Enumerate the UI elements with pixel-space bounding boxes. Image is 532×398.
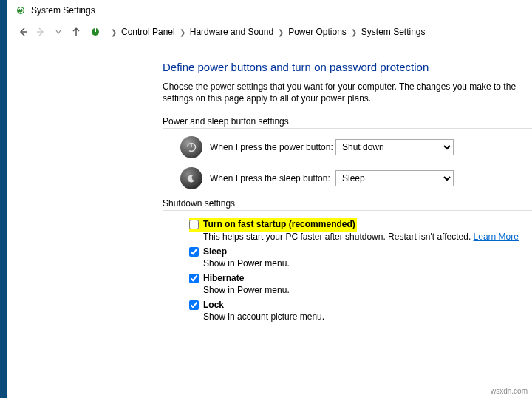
hibernate-label: Hibernate: [203, 273, 244, 283]
sleep-button-label: When I press the sleep button:: [210, 173, 335, 183]
chevron-right-icon: ❯: [278, 28, 284, 36]
left-accent-bar: [0, 0, 7, 398]
lock-desc: Show in account picture menu.: [203, 311, 532, 322]
fast-startup-checkbox[interactable]: [189, 220, 199, 229]
sleep-desc: Show in Power menu.: [203, 258, 532, 269]
titlebar: System Settings: [7, 0, 532, 21]
power-options-icon: [15, 4, 27, 16]
fast-startup-label: Turn on fast startup (recommended): [203, 219, 355, 229]
breadcrumb-power-options[interactable]: Power Options: [288, 27, 347, 37]
divider: [163, 210, 532, 211]
section-power-sleep-buttons: Power and sleep button settings: [163, 116, 532, 127]
chevron-right-icon: ❯: [111, 28, 117, 36]
lock-checkbox[interactable]: [189, 300, 199, 310]
fast-startup-desc: This helps start your PC faster after sh…: [203, 232, 474, 242]
hibernate-checkbox[interactable]: [189, 274, 199, 283]
sleep-label: Sleep: [203, 246, 227, 257]
back-button[interactable]: [15, 24, 31, 40]
chevron-right-icon: ❯: [180, 28, 185, 36]
recent-dropdown[interactable]: [50, 24, 66, 40]
page-heading: Define power buttons and turn on passwor…: [163, 61, 532, 73]
watermark: wsxdn.com: [491, 387, 528, 395]
power-button-icon: [180, 136, 202, 158]
sleep-checkbox[interactable]: [189, 247, 199, 257]
up-button[interactable]: [68, 24, 84, 40]
control-panel-icon: [89, 25, 102, 38]
breadcrumb-control-panel[interactable]: Control Panel: [121, 27, 175, 37]
window-title: System Settings: [31, 5, 95, 16]
hibernate-desc: Show in Power menu.: [203, 285, 532, 295]
divider: [163, 128, 532, 129]
sleep-button-icon: [180, 167, 202, 189]
breadcrumb-hardware-sound[interactable]: Hardware and Sound: [190, 27, 273, 37]
chevron-right-icon: ❯: [351, 28, 357, 36]
svg-rect-6: [95, 28, 96, 32]
section-shutdown-settings: Shutdown settings: [163, 198, 532, 209]
forward-button[interactable]: [33, 24, 49, 40]
lock-label: Lock: [203, 300, 224, 310]
page-description: Choose the power settings that you want …: [163, 81, 532, 104]
power-button-label: When I press the power button:: [210, 142, 335, 152]
svg-rect-1: [20, 7, 21, 10]
power-button-select[interactable]: Shut down: [335, 139, 454, 155]
learn-more-link[interactable]: Learn More: [474, 232, 519, 242]
sleep-button-select[interactable]: Sleep: [335, 170, 454, 186]
breadcrumb-system-settings[interactable]: System Settings: [361, 27, 426, 37]
